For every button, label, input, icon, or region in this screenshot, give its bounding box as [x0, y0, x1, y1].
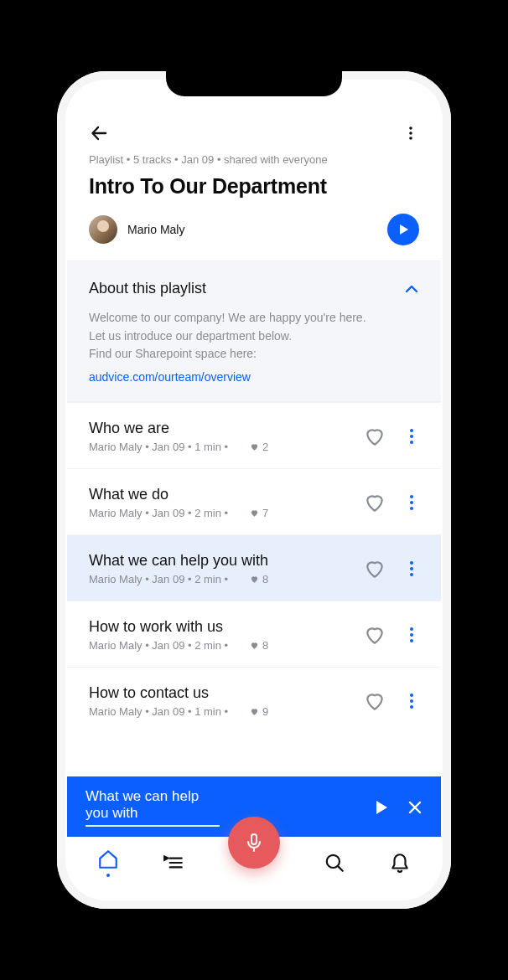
bottom-nav: [67, 837, 441, 899]
svg-point-2: [409, 132, 412, 135]
track-row[interactable]: How to contact us Mario Maly • Jan 09 • …: [67, 667, 441, 733]
more-vertical-icon: [404, 560, 419, 578]
more-vertical-icon: [404, 427, 419, 446]
heart-outline-icon: [364, 492, 386, 513]
svg-marker-4: [400, 224, 408, 235]
like-button[interactable]: [360, 422, 389, 451]
track-title: How to contact us: [89, 684, 352, 702]
heart-icon: [250, 707, 259, 716]
svg-point-14: [410, 627, 413, 631]
heart-outline-icon: [364, 624, 386, 646]
svg-point-8: [410, 495, 413, 498]
play-icon: [374, 800, 389, 815]
track-like-count: 7: [250, 507, 268, 519]
svg-point-10: [410, 507, 413, 510]
heart-outline-icon: [364, 426, 386, 447]
svg-point-5: [410, 429, 413, 432]
track-list: Who we are Mario Maly • Jan 09 • 1 min •…: [67, 402, 441, 776]
now-playing-title: What we can help you with: [86, 788, 220, 827]
track-title: What we can help you with: [89, 552, 352, 570]
track-row[interactable]: How to work with us Mario Maly • Jan 09 …: [67, 601, 441, 667]
track-row[interactable]: Who we are Mario Maly • Jan 09 • 1 min •…: [67, 402, 441, 468]
like-button[interactable]: [360, 488, 389, 517]
playlist-title: Intro To Our Department: [89, 174, 419, 199]
track-meta: Mario Maly • Jan 09 • 1 min • 2: [89, 441, 352, 453]
playlist-header: Playlist • 5 tracks • Jan 09 • shared wi…: [67, 147, 441, 260]
svg-point-3: [409, 137, 412, 140]
track-title: What we do: [89, 486, 352, 503]
track-row[interactable]: What we can help you with Mario Maly • J…: [67, 534, 441, 601]
playlist-icon: [163, 852, 184, 874]
svg-point-16: [410, 639, 413, 642]
home-icon: [97, 848, 119, 870]
track-more-button[interactable]: [397, 689, 419, 714]
heart-outline-icon: [364, 690, 386, 712]
author-name: Mario Maly: [127, 223, 184, 236]
heart-icon: [250, 641, 259, 650]
track-title: How to work with us: [89, 618, 352, 636]
svg-point-9: [410, 501, 413, 504]
track-like-count: 9: [250, 705, 268, 718]
svg-point-6: [410, 435, 413, 438]
svg-point-1: [409, 126, 412, 130]
more-options-button[interactable]: [402, 125, 419, 142]
heart-icon: [250, 508, 259, 518]
track-title: Who we are: [89, 420, 352, 437]
now-playing-play-button[interactable]: [374, 800, 389, 815]
active-indicator: [106, 874, 110, 877]
svg-point-11: [410, 561, 413, 565]
play-icon: [397, 224, 409, 235]
track-more-button[interactable]: [397, 490, 419, 515]
now-playing-close-button[interactable]: [407, 800, 422, 815]
nav-home[interactable]: [97, 848, 119, 877]
like-button[interactable]: [360, 621, 389, 649]
playlist-meta: Playlist • 5 tracks • Jan 09 • shared wi…: [89, 153, 419, 166]
more-vertical-icon: [404, 626, 419, 644]
svg-rect-29: [251, 834, 257, 844]
author-avatar[interactable]: [89, 215, 117, 244]
track-meta: Mario Maly • Jan 09 • 2 min • 8: [89, 573, 352, 585]
back-button[interactable]: [89, 123, 109, 143]
play-all-button[interactable]: [387, 214, 419, 245]
about-heading: About this playlist: [89, 280, 206, 297]
more-vertical-icon: [404, 692, 419, 710]
track-meta: Mario Maly • Jan 09 • 2 min • 8: [89, 639, 352, 652]
svg-line-28: [338, 866, 343, 871]
track-like-count: 2: [250, 441, 268, 453]
heart-icon: [250, 442, 259, 451]
heart-icon: [250, 575, 259, 584]
svg-point-17: [410, 694, 413, 697]
track-like-count: 8: [250, 639, 268, 652]
track-row[interactable]: What we do Mario Maly • Jan 09 • 2 min •…: [67, 468, 441, 534]
nav-search[interactable]: [324, 852, 345, 874]
track-more-button[interactable]: [397, 556, 419, 581]
record-button[interactable]: [228, 817, 280, 869]
svg-point-19: [410, 705, 413, 709]
track-meta: Mario Maly • Jan 09 • 1 min • 9: [89, 705, 352, 718]
svg-point-12: [410, 567, 413, 570]
like-button[interactable]: [360, 554, 389, 583]
like-button[interactable]: [360, 687, 389, 715]
heart-outline-icon: [364, 558, 386, 580]
about-link[interactable]: audvice.com/ourteam/overview: [89, 370, 251, 384]
track-more-button[interactable]: [397, 424, 419, 449]
track-meta: Mario Maly • Jan 09 • 2 min • 7: [89, 507, 352, 519]
svg-point-18: [410, 699, 413, 703]
search-icon: [324, 852, 345, 874]
svg-point-7: [410, 441, 413, 444]
track-like-count: 8: [250, 573, 268, 585]
svg-point-15: [410, 633, 413, 637]
chevron-up-icon: [404, 281, 419, 297]
nav-playlists[interactable]: [163, 852, 184, 874]
about-collapse-button[interactable]: [404, 281, 419, 297]
bell-icon: [389, 852, 411, 874]
track-more-button[interactable]: [397, 622, 419, 647]
nav-notifications[interactable]: [389, 852, 411, 874]
more-vertical-icon: [404, 493, 419, 512]
microphone-icon: [244, 833, 264, 853]
about-body: Welcome to our company! We are happy you…: [89, 309, 419, 364]
svg-marker-20: [376, 801, 387, 814]
close-icon: [407, 800, 422, 815]
svg-point-13: [410, 573, 413, 576]
about-panel: About this playlist Welcome to our compa…: [67, 260, 441, 402]
